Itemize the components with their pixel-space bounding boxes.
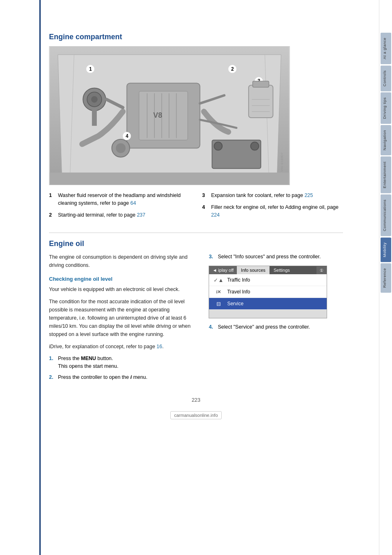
idrive-tab-iplayoff[interactable]: ◄ iplay off: [209, 266, 237, 274]
step-4-number: 4.: [209, 323, 215, 331]
idrive-tab-right-icon: ①: [316, 266, 327, 274]
svg-rect-2: [139, 91, 187, 140]
tab-mobility[interactable]: Mobility: [381, 237, 391, 262]
idrive-ref-link[interactable]: 16: [156, 344, 162, 349]
main-content: Engine compartment: [0, 0, 359, 555]
step-2: 2. Press the controller to open the i me…: [49, 374, 196, 381]
engine-items-right: 3 Expansion tank for coolant, refer to p…: [202, 192, 343, 223]
step-4: 4. Select "Service" and press the contro…: [209, 323, 343, 331]
menu-label-traffic: Traffic Info: [227, 277, 250, 283]
travel-icon: i✕: [214, 289, 223, 295]
engine-oil-section: Engine oil The engine oil consumption is…: [49, 239, 343, 384]
step-3: 3. Select "Info sources" and press the c…: [209, 253, 343, 261]
engine-items-left: 1 Washer fluid reservoir of the headlamp…: [49, 192, 190, 223]
svg-rect-12: [92, 110, 97, 126]
idrive-screen: ◄ iplay off Info sources Settings ① ✓▲ T…: [209, 266, 327, 318]
item-2-text: Starting-aid terminal, refer to page 237: [58, 211, 145, 219]
idrive-tab-bar: ◄ iplay off Info sources Settings ①: [209, 266, 327, 274]
item-4-number: 4: [202, 204, 208, 219]
engine-item-2: 2 Starting-aid terminal, refer to page 2…: [49, 211, 190, 219]
step-2-number: 2.: [49, 374, 56, 381]
svg-text:VIN: E1B9D7: VIN: E1B9D7: [280, 152, 284, 172]
tab-communications[interactable]: Communications: [381, 195, 391, 236]
tab-entertainment[interactable]: Entertainment: [381, 157, 391, 193]
item-3-link[interactable]: 225: [305, 192, 313, 198]
step-1-number: 1.: [49, 355, 56, 370]
checking-heading: Checking engine oil level: [49, 276, 196, 282]
step-1-text: Press the MENU button. This opens the st…: [58, 355, 118, 370]
idrive-tab-infosources[interactable]: Info sources: [237, 266, 270, 274]
svg-point-30: [251, 142, 259, 150]
step-4-text: Select "Service" and press the controlle…: [218, 323, 310, 331]
svg-rect-24: [253, 81, 269, 87]
engine-oil-heading: Engine oil: [49, 239, 343, 248]
left-column: The engine oil consumption is dependent …: [49, 253, 196, 384]
svg-point-11: [91, 96, 98, 103]
svg-rect-23: [249, 85, 273, 118]
left-divider: [39, 0, 41, 555]
item-1-number: 1: [49, 192, 55, 207]
engine-compartment-section: Engine compartment: [49, 33, 343, 223]
sidebar-tabs: At a glance Controls Driving tips Naviga…: [379, 0, 392, 555]
menu-item-service[interactable]: ⊟ Service: [209, 298, 327, 310]
item-2-number: 2: [49, 211, 55, 219]
engine-item-3: 3 Expansion tank for coolant, refer to p…: [202, 192, 343, 199]
step-1: 1. Press the MENU button. This opens the…: [49, 355, 196, 370]
engine-item-4: 4 Filler neck for engine oil, refer to A…: [202, 204, 343, 219]
page-footer: carmanualsonline.info: [49, 411, 343, 419]
item-1-text: Washer fluid reservoir of the headlamp a…: [58, 192, 190, 207]
svg-text:1: 1: [89, 66, 92, 72]
para-1: Your vehicle is equipped with an electro…: [49, 285, 196, 293]
svg-text:2: 2: [231, 66, 234, 72]
menu-item-travel[interactable]: i✕ Travel Info: [209, 286, 327, 298]
item-4-text: Filler neck for engine oil, refer to Add…: [211, 204, 343, 219]
svg-text:V8: V8: [153, 111, 162, 119]
svg-point-18: [116, 143, 126, 153]
tab-controls[interactable]: Controls: [381, 65, 391, 91]
tab-at-a-glance[interactable]: At a glance: [381, 33, 391, 64]
svg-rect-31: [50, 172, 290, 185]
idrive-ref: iDrive, for explanation of concept, refe…: [49, 342, 196, 351]
section-divider: [49, 233, 343, 233]
engine-compartment-image: V8 1 4: [49, 46, 290, 185]
menu-item-traffic[interactable]: ✓▲ Traffic Info: [209, 274, 327, 286]
item-1-link[interactable]: 64: [130, 200, 136, 206]
tab-group: At a glance Controls Driving tips Naviga…: [379, 0, 392, 555]
item-3-number: 3: [202, 192, 208, 199]
para-2: The condition for the most accurate indi…: [49, 298, 196, 338]
tab-navigation[interactable]: Navigation: [381, 125, 391, 155]
carmanual-logo: carmanualsonline.info: [170, 411, 221, 419]
item-3-text: Expansion tank for coolant, refer to pag…: [211, 192, 313, 199]
item-4-link[interactable]: 224: [211, 212, 220, 218]
step-3-text: Select "Info sources" and press the cont…: [218, 253, 321, 261]
menu-label-service: Service: [227, 301, 243, 307]
idrive-tab-settings[interactable]: Settings: [270, 266, 294, 274]
engine-oil-intro: The engine oil consumption is dependent …: [49, 253, 196, 269]
tab-driving-tips[interactable]: Driving tips: [381, 92, 391, 124]
menu-label-travel: Travel Info: [227, 289, 250, 295]
item-2-link[interactable]: 237: [137, 212, 145, 218]
idrive-footer: [209, 310, 327, 318]
engine-compartment-heading: Engine compartment: [49, 33, 343, 41]
engine-diagram-svg: V8 1 4: [49, 47, 290, 185]
engine-items-list: 1 Washer fluid reservoir of the headlamp…: [49, 192, 343, 223]
engine-item-1: 1 Washer fluid reservoir of the headlamp…: [49, 192, 190, 207]
right-column: 3. Select "Info sources" and press the c…: [209, 253, 343, 384]
svg-point-29: [214, 142, 222, 150]
tab-reference[interactable]: Reference: [381, 263, 391, 293]
traffic-icon: ✓▲: [214, 277, 223, 283]
service-icon: ⊟: [214, 300, 223, 307]
two-column-layout: The engine oil consumption is dependent …: [49, 253, 343, 384]
page-number: 223: [49, 397, 343, 403]
step-2-text: Press the controller to open the i menu.: [58, 374, 147, 381]
svg-text:4: 4: [126, 133, 129, 139]
step-3-number: 3.: [209, 253, 215, 261]
